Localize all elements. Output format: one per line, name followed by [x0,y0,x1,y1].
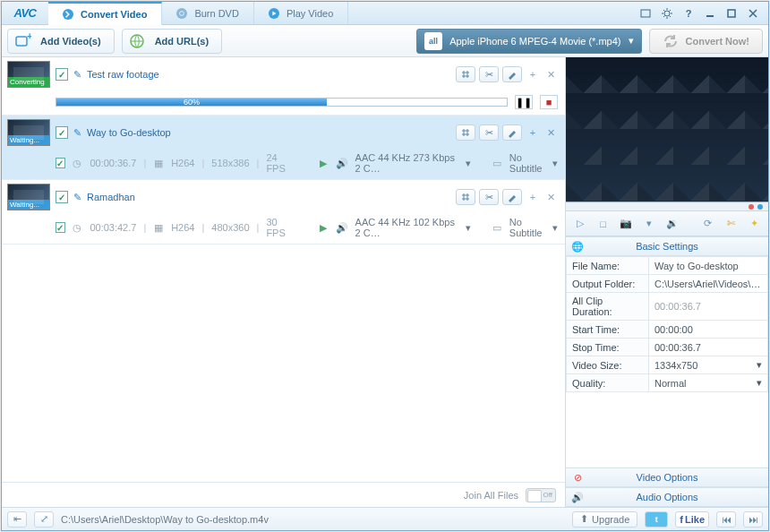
crop-icon[interactable] [456,124,475,141]
minimize-icon[interactable] [702,5,718,21]
gear-icon[interactable] [659,5,675,21]
queue-item[interactable]: Converting ✎ Test raw footage ✂ + ✕ [2,57,565,116]
effects-icon[interactable] [502,124,522,141]
file-name-input[interactable] [654,261,762,271]
skip-fwd-button[interactable]: ⏭ [743,511,763,528]
tab-play-video[interactable]: Play Video [254,2,348,24]
pencil-icon[interactable]: ✎ [73,69,81,81]
pause-button[interactable]: ❚❚ [515,95,533,109]
audio-track-dropdown[interactable]: AAC 44 KHz 102 Kbps 2 C… ▾ [355,217,472,238]
queue-footer: Join All Files Off [2,482,565,507]
checkbox[interactable] [56,68,68,81]
checkbox[interactable] [56,126,68,139]
prop-key: All Clip Duration: [567,293,649,321]
vcodec: H264 [171,158,194,168]
start-time-input[interactable] [654,324,762,335]
remove-icon[interactable]: ✕ [543,124,558,141]
svg-rect-4 [728,10,735,17]
upgrade-button[interactable]: ⬆Upgrade [572,511,637,528]
cut-icon[interactable]: ✂ [479,124,499,141]
thumbnail: Waiting... [7,119,50,146]
item-title: Ramadhan [87,192,450,202]
audio-toggle-icon[interactable]: ▶ [318,221,329,234]
cut-icon[interactable]: ✂ [479,66,499,82]
tab-burn-dvd[interactable]: Burn DVD [162,2,254,24]
video-preview[interactable] [566,57,768,202]
output-folder-cell[interactable]: C:\Users\Ariel\Videos\… [649,275,768,293]
join-files-switch[interactable]: Off [526,488,556,502]
maximize-icon[interactable] [723,5,740,21]
stop-preview-icon[interactable]: □ [595,215,612,233]
tab-label: Burn DVD [194,8,239,19]
stop-button[interactable]: ■ [540,95,558,109]
play-preview-icon[interactable]: ▷ [571,215,589,233]
button-label: Convert Now! [686,36,750,47]
add-video-button[interactable]: + Add Video(s) [7,29,115,54]
video-options-header[interactable]: ⊘ Video Options [566,468,768,487]
item-meta: ◷ 00:03:42.7 | ▦ H264 | 480x360 | 30 FPS… [2,214,565,244]
video-size-dropdown[interactable]: 1334x750▾ [654,359,762,371]
queue-item[interactable]: Waiting... ✎ Ramadhan ✂ + ✕ [2,180,565,245]
button-label: Add URL(s) [155,36,210,47]
plus-icon[interactable]: + [526,189,540,205]
crop-icon[interactable] [456,189,475,205]
twitter-button[interactable]: t [645,511,668,528]
settings-table: File Name: Output Folder:C:\Users\Ariel\… [566,256,768,392]
basic-settings-body: File Name: Output Folder:C:\Users\Ariel\… [566,256,768,468]
checkbox[interactable] [56,191,68,203]
subtitle-dropdown[interactable]: No Subtitle ▾ [509,152,558,174]
quality-dropdown[interactable]: Normal▾ [654,377,762,389]
remove-icon[interactable]: ✕ [543,66,558,82]
tab-convert-video[interactable]: Convert Video [48,2,162,25]
refresh-icon [663,33,679,49]
rotate-icon[interactable]: ⟳ [699,215,717,233]
prev-file-button[interactable]: ⇤ [7,511,27,528]
pencil-icon[interactable]: ✎ [73,127,81,139]
prop-key: Output Folder: [567,275,649,293]
skip-back-button[interactable]: ⏮ [716,511,736,528]
basic-settings-header[interactable]: 🌐 Basic Settings [566,236,768,256]
prop-key: Video Size: [567,356,649,374]
clock-icon: ◷ [73,221,83,234]
convert-now-button[interactable]: Convert Now! [649,29,764,54]
plus-icon[interactable]: + [526,66,540,82]
subtitle-icon: ▭ [492,221,502,234]
wand-icon[interactable]: ✦ [745,215,763,233]
audio-options-header[interactable]: 🔊 Audio Options [566,487,768,507]
open-location-button[interactable]: ⤢ [34,511,54,528]
screenshot-icon[interactable] [637,5,654,21]
effects-icon[interactable] [502,66,522,82]
svg-text:+: + [27,32,31,41]
close-icon[interactable] [745,5,761,21]
header-label: Audio Options [636,492,697,502]
audio-track-dropdown[interactable]: AAC 44 KHz 273 Kbps 2 C… ▾ [355,152,472,174]
facebook-like-button[interactable]: fLike [675,511,709,528]
snapshot-icon[interactable]: 📷 [618,215,636,233]
add-url-button[interactable]: Add URL(s) [122,29,223,54]
button-label: Add Video(s) [40,36,101,47]
plus-icon[interactable]: + [526,124,540,141]
preview-indicator [566,202,768,211]
effects-icon[interactable] [502,189,522,205]
checkbox-small[interactable] [56,222,65,233]
chevron-down-icon[interactable]: ▾ [640,215,658,233]
status-path: C:\Users\Ariel\Desktop\Way to Go-desktop… [61,514,269,525]
subtitle-dropdown[interactable]: No Subtitle ▾ [509,217,558,238]
queue-item[interactable]: Waiting... ✎ Way to Go-desktop ✂ + ✕ [2,116,565,180]
remove-icon[interactable]: ✕ [543,189,558,205]
cut-icon[interactable]: ✂ [479,189,499,205]
status-tag: Converting [8,77,49,87]
crop-icon[interactable] [456,66,475,82]
stop-time-input[interactable] [654,342,762,353]
duration: 00:03:42.7 [90,222,136,233]
prop-key: Start Time: [567,321,649,339]
audio-toggle-icon[interactable]: ▶ [318,157,329,169]
checkbox-small[interactable] [56,158,65,168]
help-icon[interactable]: ? [680,5,697,21]
svg-rect-1 [641,10,650,17]
crop-preview-icon[interactable]: ✄ [723,215,740,233]
pencil-icon[interactable]: ✎ [73,192,81,203]
play-icon [269,8,279,19]
volume-icon[interactable]: 🔉 [663,215,681,233]
output-profile-selector[interactable]: all Apple iPhone 6 MPEG-4 Movie (*.mp4) … [416,29,641,54]
